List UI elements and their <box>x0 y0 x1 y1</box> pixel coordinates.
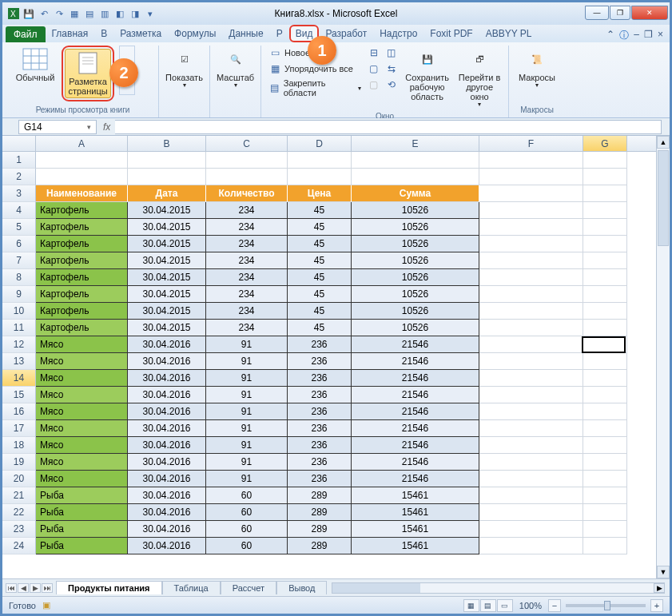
cell[interactable]: 234 <box>206 252 288 269</box>
cell[interactable]: 30.04.2015 <box>128 252 206 269</box>
cell[interactable]: Рыба <box>36 504 128 521</box>
col-header[interactable]: E <box>352 136 479 151</box>
table-header[interactable]: Дата <box>128 185 206 202</box>
cell[interactable] <box>479 521 583 538</box>
cell[interactable]: 30.04.2016 <box>128 420 206 437</box>
cell[interactable] <box>583 420 627 437</box>
zoom-handle[interactable] <box>604 601 610 610</box>
cell[interactable] <box>583 437 627 454</box>
row-header[interactable]: 16 <box>2 403 36 420</box>
row-header[interactable]: 12 <box>2 336 36 353</box>
col-header[interactable]: B <box>128 136 206 151</box>
row-header[interactable]: 5 <box>2 219 36 236</box>
cell[interactable]: 91 <box>206 353 288 370</box>
cell[interactable]: 236 <box>288 370 352 387</box>
redo-icon[interactable]: ↷ <box>53 7 66 20</box>
sheet-tab[interactable]: Таблица <box>162 581 221 594</box>
cell[interactable] <box>479 286 583 303</box>
cell[interactable]: 30.04.2016 <box>128 521 206 538</box>
cell[interactable]: 91 <box>206 370 288 387</box>
cell[interactable] <box>479 370 583 387</box>
cell[interactable] <box>479 219 583 236</box>
cell[interactable] <box>479 303 583 320</box>
sheet-tab[interactable]: Вывод <box>276 581 327 594</box>
cell[interactable] <box>583 353 627 370</box>
cell[interactable]: 45 <box>288 219 352 236</box>
select-all-corner[interactable] <box>2 136 36 151</box>
cell[interactable]: 234 <box>206 219 288 236</box>
cell[interactable]: 234 <box>206 269 288 286</box>
show-button[interactable]: ☑ Показать ▾ <box>164 46 205 91</box>
tab-home[interactable]: Главная <box>46 25 95 42</box>
cell[interactable] <box>479 236 583 252</box>
switch-windows-button[interactable]: 🗗 Перейти в другое окно▾ <box>455 46 503 110</box>
cell[interactable]: 234 <box>206 286 288 303</box>
tab-file[interactable]: Файл <box>6 26 46 42</box>
qat-icon[interactable]: ▦ <box>68 7 81 20</box>
cell[interactable]: 60 <box>206 504 288 521</box>
row-header[interactable]: 1 <box>2 152 36 169</box>
zoom-slider[interactable] <box>566 604 646 607</box>
reset-pos-button[interactable]: ⟲ <box>384 77 399 92</box>
cell[interactable] <box>583 471 627 487</box>
cell[interactable]: Мясо <box>36 403 128 420</box>
cell[interactable]: 30.04.2016 <box>128 437 206 454</box>
excel-icon[interactable]: X <box>7 7 20 20</box>
view-normal-icon[interactable]: ▦ <box>463 599 479 612</box>
vertical-scrollbar[interactable]: ▲ ▼ <box>656 136 670 578</box>
row-header[interactable]: 4 <box>2 202 36 219</box>
scroll-down-icon[interactable]: ▼ <box>657 566 670 578</box>
cell[interactable]: 30.04.2015 <box>128 236 206 252</box>
scroll-right-icon[interactable]: ▶ <box>654 583 665 593</box>
cell[interactable]: Рыба <box>36 538 128 554</box>
qat-icon[interactable]: ◧ <box>113 7 126 20</box>
tab-review[interactable]: Р <box>270 25 289 42</box>
cell[interactable] <box>479 454 583 471</box>
cell[interactable]: 30.04.2016 <box>128 387 206 403</box>
cell[interactable] <box>583 202 627 219</box>
cell[interactable] <box>479 538 583 554</box>
cell[interactable]: 236 <box>288 353 352 370</box>
cell[interactable]: 30.04.2016 <box>128 370 206 387</box>
cell[interactable]: 10526 <box>352 202 479 219</box>
cell[interactable]: Мясо <box>36 387 128 403</box>
cell[interactable] <box>479 387 583 403</box>
cell[interactable]: Картофель <box>36 252 128 269</box>
cell[interactable] <box>479 320 583 336</box>
cell[interactable]: 15461 <box>352 504 479 521</box>
cell[interactable]: 30.04.2016 <box>128 336 206 353</box>
active-cell[interactable] <box>582 336 626 353</box>
formula-input[interactable] <box>115 120 662 134</box>
cell[interactable]: 234 <box>206 202 288 219</box>
cell[interactable] <box>583 504 627 521</box>
qat-icon[interactable]: ▾ <box>144 7 157 20</box>
row-header[interactable]: 2 <box>2 169 36 185</box>
cell[interactable]: 10526 <box>352 303 479 320</box>
cell[interactable]: 30.04.2016 <box>128 454 206 471</box>
row-header[interactable]: 15 <box>2 387 36 403</box>
cell[interactable] <box>583 454 627 471</box>
cell[interactable] <box>583 269 627 286</box>
cell[interactable]: 10526 <box>352 219 479 236</box>
save-icon[interactable]: 💾 <box>22 7 35 20</box>
cell[interactable] <box>583 538 627 554</box>
cell[interactable]: 21546 <box>352 336 479 353</box>
row-header[interactable]: 10 <box>2 303 36 320</box>
cell[interactable]: Картофель <box>36 320 128 336</box>
cell[interactable]: 45 <box>288 320 352 336</box>
cell[interactable] <box>479 353 583 370</box>
cell[interactable]: 236 <box>288 471 352 487</box>
cell[interactable]: 10526 <box>352 269 479 286</box>
cell[interactable]: Мясо <box>36 370 128 387</box>
cell[interactable]: 30.04.2016 <box>128 353 206 370</box>
cell[interactable]: 236 <box>288 403 352 420</box>
row-header[interactable]: 9 <box>2 286 36 303</box>
arrange-all-button[interactable]: ▦Упорядочить все <box>266 62 364 76</box>
cell[interactable]: 21546 <box>352 370 479 387</box>
cell[interactable]: 15461 <box>352 521 479 538</box>
zoom-out-button[interactable]: − <box>548 599 561 612</box>
cell[interactable]: Картофель <box>36 303 128 320</box>
cell[interactable] <box>583 236 627 252</box>
cell[interactable] <box>479 487 583 504</box>
table-header[interactable]: Количество <box>206 185 288 202</box>
